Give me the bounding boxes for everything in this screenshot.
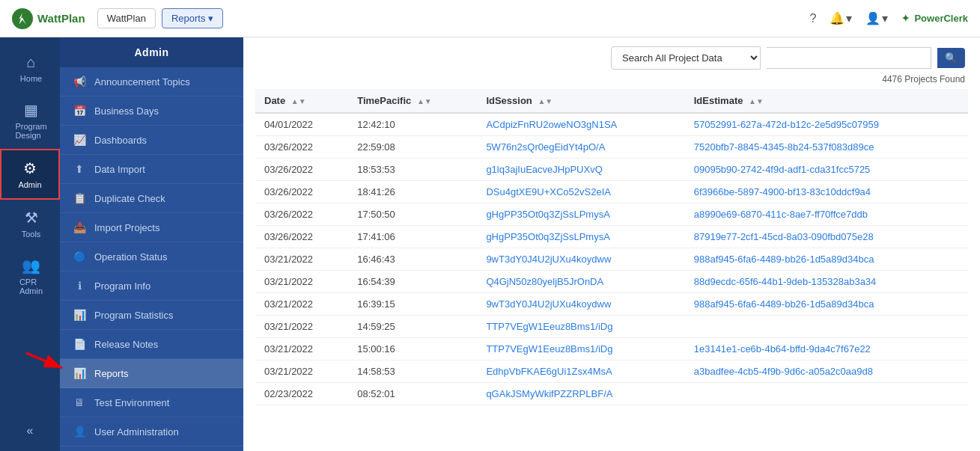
- icon-sidebar: ⌂ Home ▦ ProgramDesign ⚙ Admin ⚒ Tools 👥…: [0, 37, 60, 451]
- sidebar-item-program-design[interactable]: ▦ ProgramDesign: [0, 92, 60, 149]
- col-timepacific[interactable]: TimePacific ▲▼: [348, 89, 477, 113]
- sidebar-item-label: Home: [20, 74, 42, 83]
- menu-item-data-import[interactable]: ⬆ Data Import: [60, 155, 243, 184]
- table-row: 03/26/202217:41:06gHgPP35Ot0q3ZjSsLPmysA…: [255, 226, 968, 248]
- menu-item-user-administration[interactable]: 👤 User Administration: [60, 417, 243, 447]
- cell-idsession[interactable]: gHgPP35Ot0q3ZjSsLPmysA: [477, 203, 684, 226]
- business-days-icon: 📅: [72, 105, 87, 117]
- cell-date: 03/26/2022: [255, 226, 348, 248]
- tools-icon: ⚒: [25, 209, 38, 227]
- cell-idsession[interactable]: ACdpizFnRU2oweNO3gN1SA: [477, 113, 684, 136]
- notifications-btn[interactable]: 🔔▾: [830, 11, 852, 25]
- sidebar-item-label: Admin: [18, 180, 41, 189]
- menu-item-duplicate-check[interactable]: 📋 Duplicate Check: [60, 184, 243, 213]
- cell-idestimate[interactable]: a8990e69-6870-411c-8ae7-ff70ffce7ddb: [685, 203, 968, 226]
- table-row: 03/26/202218:41:26DSu4gtXE9U+XCo52vS2eIA…: [255, 181, 968, 203]
- col-idestimate[interactable]: IdEstimate ▲▼: [685, 89, 968, 113]
- cell-idestimate[interactable]: 88d9ecdc-65f6-44b1-9deb-135328ab3a34: [685, 271, 968, 293]
- cell-date: 03/21/2022: [255, 271, 348, 293]
- cell-idsession[interactable]: 9wT3dY0J4U2jUXu4koydww: [477, 248, 684, 271]
- search-button[interactable]: 🔍: [937, 48, 965, 68]
- search-dropdown[interactable]: Search All Project Data: [611, 46, 761, 70]
- collapse-btn[interactable]: «: [21, 418, 40, 444]
- cell-idestimate[interactable]: 57052991-627a-472d-b12c-2e5d95c07959: [685, 113, 968, 136]
- sidebar-item-admin[interactable]: ⚙ Admin: [0, 149, 60, 200]
- help-btn[interactable]: ?: [810, 12, 817, 25]
- main-content: Search All Project Data 🔍 4476 Projects …: [243, 37, 980, 451]
- user-btn[interactable]: 👤▾: [865, 11, 888, 25]
- menu-item-operation-status[interactable]: 🔵 Operation Status: [60, 242, 243, 271]
- cell-idsession[interactable]: 5W76n2sQr0egEidYt4pO/A: [477, 136, 684, 159]
- projects-found: 4476 Projects Found: [243, 73, 980, 89]
- cell-idestimate[interactable]: 7520bfb7-8845-4345-8b24-537f083d89ce: [685, 136, 968, 159]
- cell-date: 03/26/2022: [255, 181, 348, 203]
- announcement-topics-icon: 📢: [72, 76, 87, 88]
- col-date[interactable]: Date ▲▼: [255, 89, 348, 113]
- cell-date: 03/26/2022: [255, 159, 348, 181]
- cell-idestimate[interactable]: 988af945-6fa6-4489-bb26-1d5a89d34bca: [685, 248, 968, 271]
- cell-idestimate[interactable]: 87919e77-2cf1-45cd-8a03-090fbd075e28: [685, 226, 968, 248]
- table-row: 03/21/202215:00:16TTP7VEgW1Eeuz8Bms1/iDg…: [255, 338, 968, 361]
- cell-idsession[interactable]: gHgPP35Ot0q3ZjSsLPmysA: [477, 226, 684, 248]
- table-row: 03/21/202216:46:439wT3dY0J4U2jUXu4koydww…: [255, 248, 968, 271]
- home-icon: ⌂: [26, 54, 35, 71]
- table-row: 03/26/202222:59:085W76n2sQr0egEidYt4pO/A…: [255, 136, 968, 159]
- cell-idestimate[interactable]: 988af945-6fa6-4489-bb26-1d5a89d34bca: [685, 293, 968, 316]
- cell-idestimate[interactable]: 6f3966be-5897-4900-bf13-83c10ddcf9a4: [685, 181, 968, 203]
- cell-idsession[interactable]: 9wT3dY0J4U2jUXu4koydww: [477, 293, 684, 316]
- cell-idestimate[interactable]: a3badfee-4cb5-4f9b-9d6c-a05a2c0aa9d8: [685, 361, 968, 383]
- menu-item-import-projects[interactable]: 📥 Import Projects: [60, 213, 243, 242]
- wattplan-nav-btn[interactable]: WattPlan: [97, 8, 156, 28]
- top-nav-left: WattPlan WattPlan Reports ▾: [12, 8, 223, 29]
- cell-idsession[interactable]: qGAkJSMyWkifPZZRPLBF/A: [477, 383, 684, 405]
- operation-status-icon: 🔵: [72, 251, 87, 263]
- menu-item-announcement-topics[interactable]: 📢 Announcement Topics: [60, 67, 243, 96]
- top-navigation: WattPlan WattPlan Reports ▾ ? 🔔▾ 👤▾ ✦ Po…: [0, 0, 980, 37]
- sidebar-item-home[interactable]: ⌂ Home: [0, 45, 60, 92]
- sort-arrows-idestimate: ▲▼: [749, 97, 764, 105]
- cell-idsession[interactable]: Q4GjN50z80yeljB5JrOnDA: [477, 271, 684, 293]
- reports-nav-btn[interactable]: Reports ▾: [162, 8, 224, 28]
- search-input[interactable]: [767, 47, 931, 69]
- import-projects-icon: 📥: [72, 221, 87, 233]
- cell-idestimate[interactable]: 09095b90-2742-4f9d-adf1-cda31fcc5725: [685, 159, 968, 181]
- cell-idsession[interactable]: g1lq3ajIuEacveJHpPUXvQ: [477, 159, 684, 181]
- cell-timepacific: 16:54:39: [348, 271, 477, 293]
- cell-idsession[interactable]: TTP7VEgW1Eeuz8Bms1/iDg: [477, 316, 684, 338]
- sidebar-item-label: Tools: [22, 230, 41, 239]
- menu-item-test-environment[interactable]: 🖥 Test Environment: [60, 388, 243, 417]
- user-administration-icon: 👤: [72, 426, 87, 438]
- menu-item-reports[interactable]: 📊 Reports: [60, 359, 243, 388]
- cell-idsession[interactable]: EdhpVbFKAE6gUi1Zsx4MsA: [477, 361, 684, 383]
- table-row: 03/21/202216:54:39Q4GjN50z80yeljB5JrOnDA…: [255, 271, 968, 293]
- menu-item-business-days[interactable]: 📅 Business Days: [60, 96, 243, 126]
- menu-item-program-info[interactable]: ℹ Program Info: [60, 271, 243, 301]
- cell-idestimate[interactable]: 1e3141e1-ce6b-4b64-bffd-9da4c7f67e22: [685, 338, 968, 361]
- cell-date: 03/21/2022: [255, 293, 348, 316]
- cell-timepacific: 18:53:53: [348, 159, 477, 181]
- table-row: 03/21/202214:59:25TTP7VEgW1Eeuz8Bms1/iDg: [255, 316, 968, 338]
- cell-idestimate: [685, 383, 968, 405]
- table-row: 03/21/202214:58:53EdhpVbFKAE6gUi1Zsx4MsA…: [255, 361, 968, 383]
- dashboards-icon: 📈: [72, 134, 87, 146]
- cell-date: 03/21/2022: [255, 248, 348, 271]
- cell-timepacific: 15:00:16: [348, 338, 477, 361]
- cpr-admin-icon: 👥: [22, 257, 40, 274]
- sidebar-item-tools[interactable]: ⚒ Tools: [0, 200, 60, 248]
- cell-date: 03/26/2022: [255, 203, 348, 226]
- program-design-icon: ▦: [24, 101, 38, 119]
- cell-idsession[interactable]: DSu4gtXE9U+XCo52vS2eIA: [477, 181, 684, 203]
- table-row: 03/26/202217:50:50gHgPP35Ot0q3ZjSsLPmysA…: [255, 203, 968, 226]
- sidebar-item-cpr-admin[interactable]: 👥 CPRAdmin: [0, 248, 60, 304]
- menu-item-program-statistics[interactable]: 📊 Program Statistics: [60, 301, 243, 330]
- sort-arrows-idsession: ▲▼: [538, 97, 553, 105]
- cell-timepacific: 18:41:26: [348, 181, 477, 203]
- admin-sidebar: Admin 📢 Announcement Topics 📅 Business D…: [60, 37, 243, 451]
- sidebar-item-label: CPRAdmin: [19, 277, 43, 295]
- cell-idsession[interactable]: TTP7VEgW1Eeuz8Bms1/iDg: [477, 338, 684, 361]
- menu-item-release-notes[interactable]: 📄 Release Notes: [60, 330, 243, 359]
- brand-logo: WattPlan: [12, 8, 85, 29]
- menu-item-dashboards[interactable]: 📈 Dashboards: [60, 126, 243, 155]
- cell-date: 03/26/2022: [255, 136, 348, 159]
- col-idsession[interactable]: IdSession ▲▼: [477, 89, 684, 113]
